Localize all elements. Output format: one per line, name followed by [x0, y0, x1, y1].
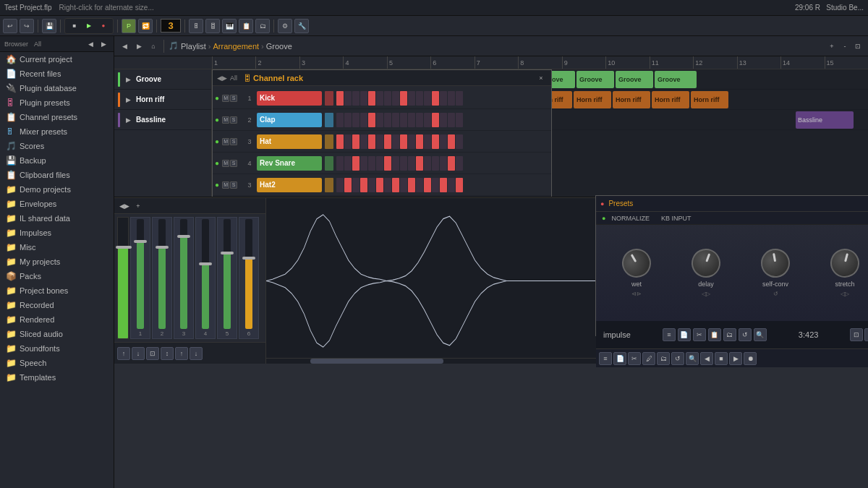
cv-zoom-in[interactable]: ⊕: [864, 328, 868, 341]
pad-4-13[interactable]: [440, 178, 447, 192]
playlist-btn[interactable]: 📋: [239, 19, 253, 33]
cr-close[interactable]: ×: [535, 72, 547, 84]
pad-3-9[interactable]: [408, 156, 415, 171]
zoom-in[interactable]: +: [826, 40, 838, 52]
ch-solo-4[interactable]: S: [230, 181, 237, 189]
fader-knob-2[interactable]: [177, 235, 190, 238]
mixer-btn[interactable]: 🎚: [189, 19, 203, 33]
sidebar-item-rendered[interactable]: 📁Rendered: [0, 312, 114, 327]
pad-3-8[interactable]: [400, 156, 407, 171]
pad-2-12[interactable]: [432, 134, 439, 149]
ch-volume-1[interactable]: [325, 113, 333, 127]
ch-volume-3[interactable]: [325, 156, 333, 171]
cv-t3[interactable]: ✂: [628, 352, 641, 365]
pad-2-2[interactable]: [352, 134, 359, 149]
redo-btn[interactable]: ↪: [20, 19, 34, 33]
pad-0-2[interactable]: [352, 91, 359, 106]
fader-knob-5[interactable]: [242, 257, 255, 260]
cv-f1[interactable]: ≡: [663, 328, 676, 341]
cv-t6[interactable]: ↺: [671, 352, 684, 365]
stretch-knob[interactable]: [827, 246, 863, 281]
pad-0-13[interactable]: [440, 91, 447, 106]
ch-name-0[interactable]: Kick: [257, 91, 322, 106]
ch-name-4[interactable]: Hat2: [257, 178, 322, 192]
pad-4-14[interactable]: [448, 178, 455, 192]
ch-mute-4[interactable]: M: [222, 181, 229, 189]
track-expand-2[interactable]: ▶: [122, 114, 134, 126]
cv-f5[interactable]: 🗂: [723, 328, 736, 341]
pattern-btn[interactable]: P: [122, 19, 136, 33]
sidebar-item-scores[interactable]: 🎵Scores: [0, 139, 114, 153]
sidebar-item-my-projects[interactable]: 📁My projects: [0, 254, 114, 269]
cv-f7[interactable]: 🔍: [754, 328, 767, 341]
pad-2-9[interactable]: [408, 134, 415, 149]
sub-fwd[interactable]: ▶: [133, 40, 145, 52]
horn-block-9[interactable]: Horn riff: [652, 91, 689, 108]
pad-4-7[interactable]: [392, 178, 399, 192]
stop-btn[interactable]: ■: [68, 20, 81, 32]
pad-1-5[interactable]: [376, 113, 383, 127]
pad-4-4[interactable]: [368, 178, 375, 192]
track-header-1[interactable]: ▶ Horn riff: [114, 90, 211, 110]
mc-6[interactable]: ↓: [190, 347, 203, 360]
pad-4-9[interactable]: [408, 178, 415, 192]
sidebar-item-packs[interactable]: 📦Packs: [0, 269, 114, 283]
pad-0-5[interactable]: [376, 91, 383, 106]
sidebar-item-channel-presets[interactable]: 📋Channel presets: [0, 110, 114, 124]
undo-btn[interactable]: ↩: [3, 19, 17, 33]
plugin-btn[interactable]: ⚙: [278, 19, 292, 33]
cv-t4[interactable]: 🖊: [642, 352, 655, 365]
ch-name-3[interactable]: Rev Snare: [257, 156, 322, 171]
bassline-right[interactable]: Bassline: [796, 111, 854, 129]
ch-name-2[interactable]: Hat: [257, 134, 322, 149]
fader-knob-4[interactable]: [221, 252, 234, 254]
mixer-add[interactable]: +: [132, 200, 144, 212]
mc-1[interactable]: ↑: [117, 347, 130, 360]
ch-solo-2[interactable]: S: [230, 138, 237, 145]
sidebar-item-impulses[interactable]: 📁Impulses: [0, 226, 114, 240]
settings-btn[interactable]: 🔧: [294, 19, 309, 33]
sub-home[interactable]: ⌂: [148, 40, 159, 52]
sidebar-item-recorded[interactable]: 📁Recorded: [0, 298, 114, 312]
cv-t9[interactable]: ■: [715, 352, 728, 365]
pad-0-7[interactable]: [392, 91, 399, 106]
mc-5[interactable]: ↑: [175, 347, 188, 360]
tempo-display[interactable]: 3: [161, 19, 181, 33]
sidebar-item-mixer-presets[interactable]: 🎚Mixer presets: [0, 124, 114, 139]
pad-4-10[interactable]: [416, 178, 423, 192]
pad-4-11[interactable]: [424, 178, 431, 192]
fader-knob-3[interactable]: [199, 262, 212, 265]
pad-3-1[interactable]: [344, 156, 352, 171]
sidebar-item-current-project[interactable]: 🏠Current project: [0, 52, 114, 67]
sidebar-item-soundfonts[interactable]: 📁Soundfonts: [0, 341, 114, 356]
pad-1-9[interactable]: [408, 113, 415, 127]
pad-0-4[interactable]: [368, 91, 375, 106]
ch-volume-2[interactable]: [325, 134, 333, 149]
track-expand-0[interactable]: ▶: [122, 74, 134, 85]
groove-block-11[interactable]: Groove: [655, 71, 697, 88]
selfconv-knob[interactable]: [759, 247, 792, 280]
pad-4-12[interactable]: [432, 178, 439, 192]
pad-1-14[interactable]: [448, 113, 455, 127]
pad-1-7[interactable]: [392, 113, 399, 127]
fit-view[interactable]: ⊡: [852, 40, 864, 52]
pad-3-12[interactable]: [432, 156, 439, 171]
pad-3-11[interactable]: [424, 156, 431, 171]
pad-0-10[interactable]: [416, 91, 423, 106]
cv-t2[interactable]: 📄: [613, 352, 626, 365]
pad-2-0[interactable]: [336, 134, 344, 149]
loop-btn[interactable]: 🔁: [138, 19, 153, 33]
cv-t5[interactable]: 🗂: [657, 352, 670, 365]
pad-1-3[interactable]: [360, 113, 367, 127]
pad-0-3[interactable]: [360, 91, 367, 106]
pad-3-15[interactable]: [456, 156, 463, 171]
sidebar-item-project-bones[interactable]: 📁Project bones: [0, 283, 114, 298]
sidebar-item-envelopes[interactable]: 📁Envelopes: [0, 197, 114, 211]
pad-3-13[interactable]: [440, 156, 447, 171]
pad-1-13[interactable]: [440, 113, 447, 127]
fader-knob-1[interactable]: [156, 246, 169, 249]
pad-2-11[interactable]: [424, 134, 431, 149]
pad-4-5[interactable]: [376, 178, 383, 192]
cv-t8[interactable]: ◀: [700, 352, 713, 365]
zoom-out[interactable]: -: [839, 40, 851, 52]
